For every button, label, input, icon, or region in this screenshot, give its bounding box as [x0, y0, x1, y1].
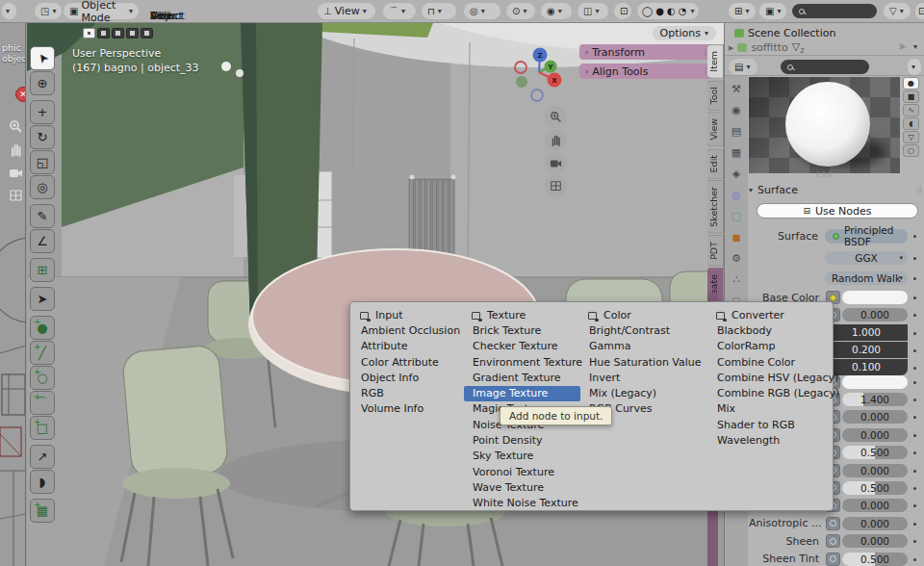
shader-select-button[interactable]: Principled BSDF: [825, 229, 908, 244]
material-preview[interactable]: [749, 77, 900, 173]
sidebar-tab[interactable]: Item: [707, 44, 724, 79]
decorator-dot[interactable]: [908, 517, 921, 529]
decorator-dot[interactable]: [908, 344, 921, 356]
add-point-tool[interactable]: ●: [30, 316, 55, 340]
vector-value-field[interactable]: 1.000: [825, 324, 908, 341]
pan-hand-icon[interactable]: [9, 142, 23, 157]
tab-world[interactable]: ◍: [729, 188, 744, 203]
trim-tool[interactable]: ◗: [30, 470, 55, 494]
sidebar-tab[interactable]: Sketcher: [707, 180, 724, 234]
decorator-dot[interactable]: [908, 411, 921, 424]
menu-item[interactable]: Environment Texture: [464, 355, 580, 371]
decorator-dot[interactable]: [908, 252, 921, 265]
decorator-dot[interactable]: [908, 361, 921, 373]
annotate-tool[interactable]: ✎: [30, 204, 55, 228]
shading-mode-button[interactable]: ◐: [667, 6, 676, 16]
menu-item[interactable]: Gamma: [580, 339, 708, 354]
decorator-dot[interactable]: [908, 326, 921, 339]
menu-item[interactable]: White Noise Texture: [464, 496, 580, 511]
properties-options-dropdown[interactable]: ▾: [908, 59, 921, 75]
resize-grip[interactable]: ⠿⠿⠿: [749, 171, 900, 179]
menu-item[interactable]: Color Attribute: [352, 355, 464, 371]
menu-item[interactable]: Checker Texture: [464, 339, 580, 354]
zoom-button[interactable]: [545, 106, 567, 128]
value-slider[interactable]: 0.000: [842, 534, 908, 548]
menu-item[interactable]: Mix: [708, 401, 832, 417]
menu-item[interactable]: Blackbody: [708, 323, 832, 339]
value-slider[interactable]: 0.000: [842, 499, 908, 512]
left-editor-type-dropdown[interactable]: ▾: [2, 3, 16, 19]
tab-tool[interactable]: ⚒: [729, 82, 744, 97]
tab-scene[interactable]: ◈: [729, 167, 744, 182]
menu-item[interactable]: Object: [144, 8, 191, 23]
use-nodes-button[interactable]: ⊟ Use Nodes: [757, 203, 918, 219]
pan-button[interactable]: [545, 129, 567, 151]
camera-view-button[interactable]: [545, 152, 567, 174]
tab-collection[interactable]: ▢: [729, 209, 744, 224]
restrict-caret-icon[interactable]: ▾: [913, 42, 917, 51]
add-line-tool[interactable]: ╱: [30, 341, 55, 365]
scale-tool[interactable]: ◱: [30, 150, 55, 174]
decorator-dot[interactable]: [908, 376, 921, 389]
xray-toggle[interactable]: ⊡: [614, 3, 631, 19]
editor-type-dropdown[interactable]: ◳▾: [35, 3, 62, 19]
value-slider[interactable]: 1.400: [842, 393, 908, 406]
menu-item[interactable]: Mix (Legacy): [580, 386, 708, 401]
rotate-tool[interactable]: ↻: [30, 125, 55, 149]
value-slider[interactable]: 0.500: [842, 446, 908, 459]
surface-panel-header[interactable]: ▾ Surface ⣿: [749, 182, 922, 198]
value-slider[interactable]: 0.000: [842, 410, 908, 424]
menu-item[interactable]: Combine HSV (Legacy): [708, 371, 832, 386]
outliner-row-soffitto[interactable]: ▶ soffitto ▽2: [729, 40, 805, 55]
tab-particles[interactable]: ∴: [729, 272, 744, 288]
outliner-search-input[interactable]: [792, 4, 877, 18]
add-workplane-tool[interactable]: ▦: [30, 499, 55, 523]
proportional-edit-dropdown[interactable]: ◎▾: [464, 3, 500, 19]
panel-grip-icon[interactable]: ⣿: [916, 186, 922, 194]
menu-item[interactable]: Sky Texture: [464, 449, 580, 464]
expand-arrow-icon[interactable]: ▶: [729, 44, 733, 52]
decorator-dot[interactable]: [908, 230, 921, 243]
move-point-tool[interactable]: ↗: [30, 445, 55, 469]
vector-value-field[interactable]: 0.200: [825, 342, 908, 358]
navigation-axis-gizmo[interactable]: Z Y X: [505, 40, 573, 108]
sidebar-tab[interactable]: View: [707, 112, 724, 147]
measure-tool[interactable]: ∠: [30, 229, 55, 253]
value-slider[interactable]: 0.000: [842, 517, 908, 530]
shading-mode-button[interactable]: ◯: [642, 6, 653, 16]
add-rectangle-tool[interactable]: □: [30, 416, 55, 440]
overlays-dropdown[interactable]: ◫▾: [578, 3, 608, 19]
outliner-row-scene-collection[interactable]: Scene Collection: [734, 27, 835, 39]
preview-hair[interactable]: ∿: [903, 104, 919, 116]
add-circle-tool[interactable]: ○: [30, 366, 55, 390]
menu-item[interactable]: Object Info: [352, 371, 464, 386]
menu-item[interactable]: Volume Info: [352, 401, 464, 417]
add-cube-tool[interactable]: ⊞: [30, 258, 55, 282]
menu-item[interactable]: Ambient Occlusion: [352, 323, 464, 339]
options-button[interactable]: Options▾: [653, 26, 716, 40]
select-mode-button[interactable]: [126, 28, 139, 39]
subsurface-method-dropdown[interactable]: Random Walk▾: [825, 271, 908, 285]
camera-view-icon[interactable]: [9, 166, 23, 180]
decorator-dot[interactable]: [908, 500, 921, 512]
shading-dropdown[interactable]: ▾: [690, 7, 694, 15]
preview-cube[interactable]: ■: [903, 90, 919, 103]
select-box-tool[interactable]: ➤: [30, 46, 55, 70]
outliner-display-dropdown[interactable]: ▣▾: [759, 3, 786, 19]
value-slider[interactable]: 0.500: [842, 553, 908, 566]
decorator-dot[interactable]: [908, 292, 921, 304]
outliner-funnel-dropdown[interactable]: ▽▾: [884, 3, 911, 19]
properties-search-input[interactable]: [781, 60, 869, 74]
snap-dropdown[interactable]: ⊓▾: [422, 3, 456, 19]
sidebar-tab[interactable]: PDT: [707, 235, 724, 267]
base-color-swatch[interactable]: [842, 291, 908, 304]
distribution-dropdown[interactable]: GGX▾: [825, 251, 908, 265]
preview-monkey[interactable]: ◖: [903, 117, 919, 130]
tweak-tool[interactable]: ➤: [30, 287, 55, 311]
tab-modifiers[interactable]: ⚙: [729, 251, 744, 267]
menu-item[interactable]: Brick Texture: [464, 323, 580, 339]
decorator-dot[interactable]: [908, 394, 921, 406]
menu-item[interactable]: RGB: [352, 386, 464, 401]
decorator-dot[interactable]: [908, 481, 921, 494]
collapsed-panel-header[interactable]: ›Align Tools⣿: [579, 64, 714, 79]
